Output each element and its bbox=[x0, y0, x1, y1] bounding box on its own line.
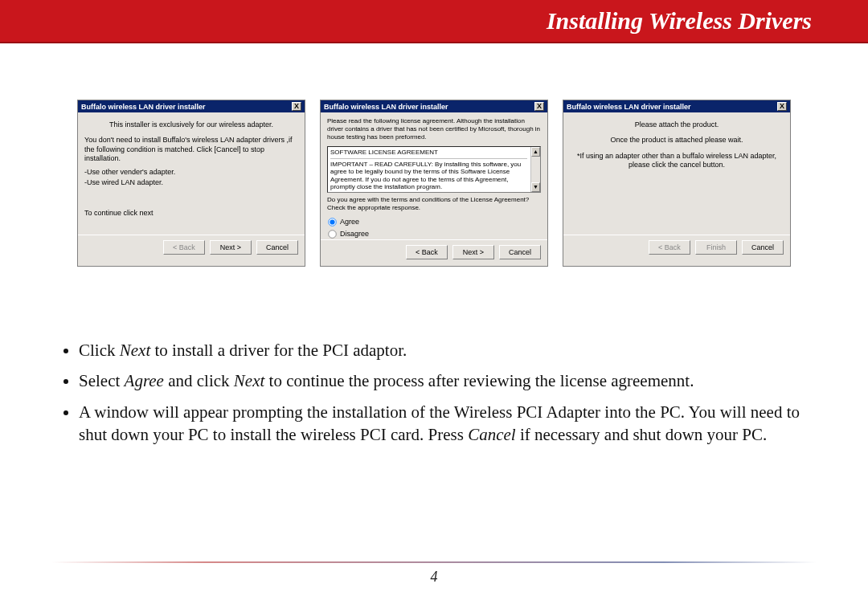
condition-text: You don't need to install Buffalo's wire… bbox=[84, 136, 298, 163]
window-title: Buffalo wireless LAN driver installer bbox=[324, 103, 448, 111]
intro-text: This installer is exclusively for our wi… bbox=[84, 120, 298, 129]
dialog-body: Please attach the product. Once the prod… bbox=[563, 112, 790, 235]
option-2: -Use wired LAN adapter. bbox=[84, 178, 298, 187]
scroll-up-icon[interactable]: ▲ bbox=[531, 147, 540, 157]
button-row: < Back Next > Cancel bbox=[78, 235, 305, 261]
installer-dialog-1: Buffalo wireless LAN driver installer X … bbox=[77, 100, 305, 267]
license-intro: Please read the following license agreem… bbox=[327, 117, 541, 141]
titlebar: Buffalo wireless LAN driver installer X bbox=[563, 100, 790, 112]
button-row: < Back Next > Cancel bbox=[321, 239, 547, 266]
license-textbox[interactable]: SOFTWARE LICENSE AGREEMENT IMPORTANT – R… bbox=[327, 146, 541, 193]
installer-dialog-2: Buffalo wireless LAN driver installer X … bbox=[320, 100, 548, 267]
cancel-button[interactable]: Cancel bbox=[742, 240, 784, 255]
cancel-button[interactable]: Cancel bbox=[256, 240, 298, 255]
license-body: IMPORTANT – READ CAREFULLY: By installin… bbox=[330, 161, 527, 191]
next-button[interactable]: Next > bbox=[210, 240, 252, 255]
back-button[interactable]: < Back bbox=[406, 245, 448, 259]
radio-agree[interactable]: Agree bbox=[327, 217, 541, 227]
back-button[interactable]: < Back bbox=[649, 240, 690, 255]
bullet-1: Click Next to install a driver for the P… bbox=[79, 339, 812, 361]
footer-divider bbox=[51, 561, 817, 563]
dialog-body: This installer is exclusively for our wi… bbox=[78, 112, 305, 235]
agree-question: Do you agree with the terms and conditio… bbox=[327, 196, 541, 212]
titlebar: Buffalo wireless LAN driver installer X bbox=[78, 100, 305, 112]
radio-disagree[interactable]: Disagree bbox=[327, 229, 541, 239]
finish-button[interactable]: Finish bbox=[695, 240, 737, 255]
continue-text: To continue click next bbox=[84, 209, 298, 218]
back-button[interactable]: < Back bbox=[163, 240, 205, 255]
window-title: Buffalo wireless LAN driver installer bbox=[567, 103, 691, 111]
wait-text: Once the product is attached please wait… bbox=[570, 136, 784, 145]
dialog-body: Please read the following license agreem… bbox=[321, 112, 547, 239]
bullet-3: A window will appear prompting the insta… bbox=[79, 401, 812, 447]
option-1: -Use other vender's adapter. bbox=[84, 168, 298, 177]
screenshot-row: Buffalo wireless LAN driver installer X … bbox=[0, 100, 868, 267]
page-number: 4 bbox=[0, 569, 868, 586]
button-row: < Back Finish Cancel bbox=[563, 235, 790, 261]
page-header: Installing Wireless Drivers bbox=[0, 0, 868, 43]
bullet-2: Select Agree and click Next to continue … bbox=[79, 369, 812, 392]
window-title: Buffalo wireless LAN driver installer bbox=[81, 103, 206, 111]
installer-dialog-3: Buffalo wireless LAN driver installer X … bbox=[563, 100, 791, 267]
scrollbar[interactable]: ▲ ▼ bbox=[530, 147, 540, 192]
next-button[interactable]: Next > bbox=[452, 245, 494, 259]
attach-text: Please attach the product. bbox=[570, 120, 784, 129]
cancel-button[interactable]: Cancel bbox=[499, 245, 541, 259]
close-icon[interactable]: X bbox=[534, 102, 544, 111]
page-title: Installing Wireless Drivers bbox=[547, 7, 812, 35]
titlebar: Buffalo wireless LAN driver installer X bbox=[321, 100, 547, 112]
close-icon[interactable]: X bbox=[777, 102, 787, 111]
note-text: *If using an adapter other than a buffal… bbox=[570, 152, 784, 170]
license-heading: SOFTWARE LICENSE AGREEMENT bbox=[330, 149, 527, 157]
scroll-down-icon[interactable]: ▼ bbox=[531, 182, 540, 192]
instruction-list: Click Next to install a driver for the P… bbox=[56, 339, 812, 446]
close-icon[interactable]: X bbox=[292, 102, 301, 111]
